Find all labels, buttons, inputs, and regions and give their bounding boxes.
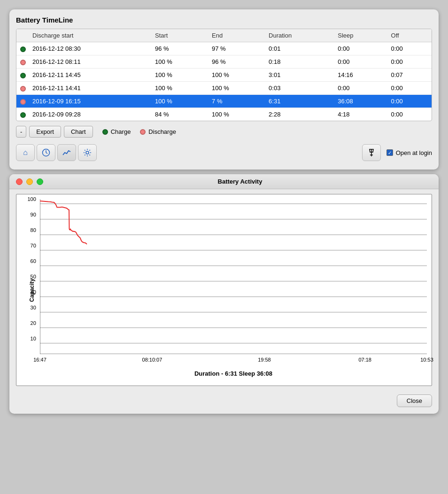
y-20: 20 <box>22 320 36 326</box>
row-sleep: 0:00 <box>333 55 386 69</box>
y-40: 40 <box>22 289 36 295</box>
row-end: 96 % <box>207 55 264 69</box>
row-date: 2016-12-12 08:30 <box>28 42 150 55</box>
row-end: 100 % <box>207 108 264 121</box>
export-button[interactable]: Export <box>29 126 61 138</box>
row-date: 2016-12-11 14:41 <box>28 82 150 95</box>
x-label-1958: 19:58 <box>258 357 271 363</box>
table-row[interactable]: 2016-12-11 14:45 100 % 100 % 3:01 14:16 … <box>16 69 432 82</box>
row-duration: 0:03 <box>264 82 333 95</box>
table-row[interactable]: 2016-12-12 08:30 96 % 97 % 0:01 0:00 0:0… <box>16 42 432 55</box>
close-button[interactable]: Close <box>397 394 432 407</box>
row-date: 2016-12-09 09:28 <box>28 108 150 121</box>
open-at-login-container: ✓ Open at login <box>386 149 432 156</box>
row-sleep: 14:16 <box>333 69 386 82</box>
row-duration: 2:28 <box>264 108 333 121</box>
chart-grid: 100 90 80 70 60 50 40 30 20 10 <box>40 199 427 354</box>
toolbar: - Export Chart Charge Discharge <box>16 126 432 138</box>
y-10: 10 <box>22 336 36 341</box>
clock-nav-button[interactable] <box>37 144 55 161</box>
status-dot <box>20 60 26 65</box>
row-dot-cell <box>16 108 28 121</box>
row-sleep: 0:00 <box>333 82 386 95</box>
chart-container: Capacity <box>16 194 432 386</box>
table-row[interactable]: 2016-12-09 09:28 84 % 100 % 2:28 4:18 0:… <box>16 108 432 121</box>
row-off: 0:00 <box>386 55 432 69</box>
status-dot <box>20 86 26 92</box>
home-nav-button[interactable]: ⌂ <box>16 144 35 161</box>
status-dot <box>20 112 26 118</box>
chart-button[interactable]: Chart <box>64 126 93 138</box>
row-dot-cell <box>16 55 28 69</box>
bottom-panel: Battery Activity Capacity <box>9 174 439 414</box>
col-off: Off <box>386 29 432 42</box>
open-at-login-checkbox[interactable]: ✓ <box>386 149 393 156</box>
table-body: 2016-12-12 08:30 96 % 97 % 0:01 0:00 0:0… <box>16 42 432 121</box>
row-start: 96 % <box>150 42 207 55</box>
discharge-dot <box>140 129 146 135</box>
nav-bar: ⌂ ✓ O <box>16 142 432 163</box>
open-at-login-label: Open at login <box>396 149 432 156</box>
charge-dot <box>102 129 108 135</box>
chart-area: 100 90 80 70 60 50 40 30 20 10 16:47 08:… <box>40 199 427 368</box>
gear-icon <box>83 148 92 157</box>
minus-button[interactable]: - <box>16 126 26 138</box>
pin-icon <box>368 148 375 157</box>
row-sleep: 0:00 <box>333 42 386 55</box>
close-bar: Close <box>9 391 439 414</box>
maximize-traffic-light[interactable] <box>37 178 43 185</box>
row-start: 100 % <box>150 95 207 108</box>
row-dot-cell <box>16 69 28 82</box>
status-dot <box>20 46 26 52</box>
x-label-1053: 10:53 <box>420 357 433 363</box>
row-off: 0:00 <box>386 95 432 108</box>
row-end: 7 % <box>207 95 264 108</box>
row-off: 0:07 <box>386 69 432 82</box>
x-label-0810: 08:10:07 <box>142 357 162 363</box>
gear-nav-button[interactable] <box>78 144 97 161</box>
row-end: 97 % <box>207 42 264 55</box>
col-sleep: Sleep <box>333 29 386 42</box>
row-duration: 0:01 <box>264 42 333 55</box>
table-row[interactable]: 2016-12-09 16:15 100 % 7 % 6:31 36:08 0:… <box>16 95 432 108</box>
pin-button[interactable] <box>362 144 381 161</box>
timeline-table-container: Discharge start Start End Duration Sleep… <box>16 29 432 121</box>
row-date: 2016-12-12 08:11 <box>28 55 150 69</box>
y-90: 90 <box>22 212 36 217</box>
trending-icon <box>62 149 71 156</box>
row-date: 2016-12-11 14:45 <box>28 69 150 82</box>
y-100: 100 <box>22 196 36 202</box>
chart-footer: Duration - 6:31 Sleep 36:08 <box>40 368 427 381</box>
y-80: 80 <box>22 227 36 233</box>
chart-nav-button[interactable] <box>57 144 76 161</box>
y-60: 60 <box>22 258 36 264</box>
row-duration: 0:18 <box>264 55 333 69</box>
col-start: Start <box>150 29 207 42</box>
row-sleep: 4:18 <box>333 108 386 121</box>
close-traffic-light[interactable] <box>16 178 23 185</box>
charge-label: Charge <box>111 128 131 135</box>
x-axis: 16:47 08:10:07 19:58 07:18 10:53 <box>40 354 427 368</box>
col-dot <box>16 29 28 42</box>
top-panel: Battery TimeLine Discharge start Start E… <box>9 9 439 170</box>
charge-legend: Charge <box>102 128 131 135</box>
minimize-traffic-light[interactable] <box>26 178 33 185</box>
row-dot-cell <box>16 95 28 108</box>
row-start: 100 % <box>150 69 207 82</box>
table-row[interactable]: 2016-12-12 08:11 100 % 96 % 0:18 0:00 0:… <box>16 55 432 69</box>
discharge-label: Discharge <box>148 128 176 135</box>
col-duration: Duration <box>264 29 333 42</box>
clock-icon <box>42 148 50 157</box>
y-70: 70 <box>22 243 36 248</box>
row-start: 100 % <box>150 82 207 95</box>
row-end: 100 % <box>207 82 264 95</box>
table-header-row: Discharge start Start End Duration Sleep… <box>16 29 432 42</box>
row-off: 0:00 <box>386 82 432 95</box>
row-duration: 6:31 <box>264 95 333 108</box>
chart-svg <box>40 199 427 354</box>
table-row[interactable]: 2016-12-11 14:41 100 % 100 % 0:03 0:00 0… <box>16 82 432 95</box>
row-off: 0:00 <box>386 42 432 55</box>
panel-title: Battery TimeLine <box>16 16 432 24</box>
status-dot <box>20 99 26 105</box>
window-title: Battery Activity <box>48 178 432 185</box>
